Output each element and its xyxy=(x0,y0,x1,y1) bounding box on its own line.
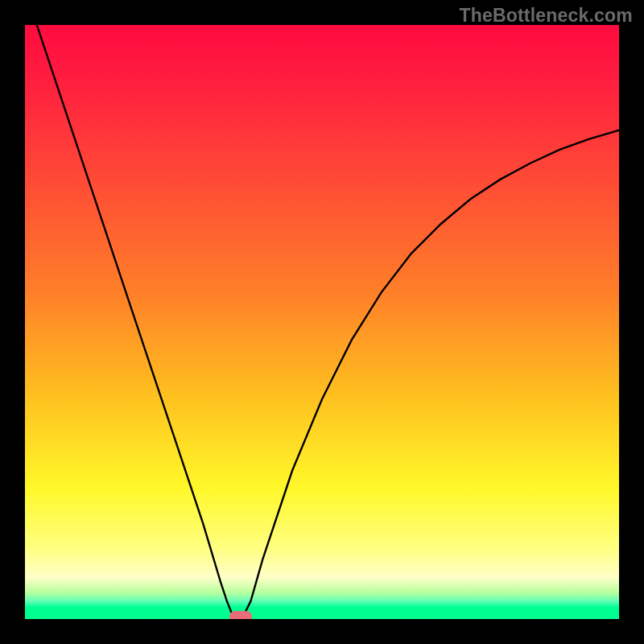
curve-svg xyxy=(25,25,619,619)
minimum-marker xyxy=(229,611,252,619)
watermark-text: TheBottleneck.com xyxy=(459,5,633,27)
plot-area xyxy=(25,25,619,619)
bottleneck-curve xyxy=(25,25,619,619)
